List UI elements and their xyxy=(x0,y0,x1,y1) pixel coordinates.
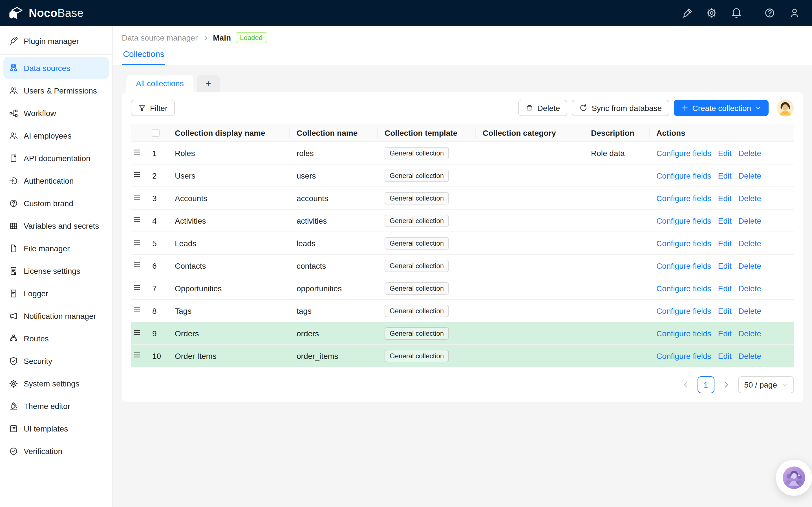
cell-collection-template: General collection xyxy=(378,345,476,367)
assistant-avatar[interactable] xyxy=(776,99,794,117)
configure-fields-link[interactable]: Configure fields xyxy=(656,306,711,315)
help-icon[interactable] xyxy=(760,3,779,22)
sidebar-item-users-permissions[interactable]: Users & Permissions xyxy=(3,79,109,101)
top-navbar: NocoBase xyxy=(0,0,812,26)
drag-handle-icon[interactable] xyxy=(133,306,141,314)
edit-link[interactable]: Edit xyxy=(718,261,732,270)
highlighter-icon[interactable] xyxy=(677,3,696,22)
cell-description xyxy=(584,322,650,345)
drag-handle-icon[interactable] xyxy=(133,261,141,269)
drag-handle-icon[interactable] xyxy=(133,171,141,179)
delete-link[interactable]: Delete xyxy=(739,238,761,247)
sidebar-item-data-sources[interactable]: Data sources xyxy=(3,57,109,79)
edit-link[interactable]: Edit xyxy=(718,216,732,225)
configure-fields-link[interactable]: Configure fields xyxy=(656,193,711,203)
page-number-button[interactable]: 1 xyxy=(697,376,714,393)
delete-button[interactable]: Delete xyxy=(518,100,567,116)
sidebar-item-custom-brand[interactable]: Custom brand xyxy=(3,192,109,214)
sidebar-item-theme-editor[interactable]: Theme editor xyxy=(3,395,109,417)
configure-fields-link[interactable]: Configure fields xyxy=(656,261,711,270)
delete-link[interactable]: Delete xyxy=(739,216,761,225)
edit-link[interactable]: Edit xyxy=(718,306,732,315)
app-title: NocoBase xyxy=(29,6,84,19)
user-icon[interactable] xyxy=(785,3,804,22)
edit-link[interactable]: Edit xyxy=(718,171,732,180)
delete-link[interactable]: Delete xyxy=(739,284,761,293)
sync-from-database-button[interactable]: Sync from database xyxy=(572,100,669,116)
sidebar-item-authentication[interactable]: Authentication xyxy=(3,170,109,191)
edit-link[interactable]: Edit xyxy=(718,351,732,360)
tab-collections[interactable]: Collections xyxy=(122,49,165,65)
ai-employees-launcher[interactable] xyxy=(776,460,812,496)
sidebar-item-api-documentation[interactable]: API documentation xyxy=(3,147,109,169)
delete-link[interactable]: Delete xyxy=(739,171,761,180)
gear-icon[interactable] xyxy=(702,3,721,22)
drag-handle-icon[interactable] xyxy=(133,148,141,156)
sidebar-item-label: Theme editor xyxy=(24,401,70,410)
drag-handle-icon[interactable] xyxy=(133,216,141,224)
filter-button-label: Filter xyxy=(150,103,167,112)
configure-fields-link[interactable]: Configure fields xyxy=(656,351,711,360)
drag-handle-icon[interactable] xyxy=(133,351,141,359)
select-all-checkbox[interactable] xyxy=(152,129,160,136)
edit-link[interactable]: Edit xyxy=(718,329,732,338)
edit-link[interactable]: Edit xyxy=(718,284,732,293)
cell-collection-template: General collection xyxy=(378,300,476,322)
page-size-select[interactable]: 50 / page xyxy=(738,376,794,393)
filter-button[interactable]: Filter xyxy=(131,100,175,116)
configure-fields-link[interactable]: Configure fields xyxy=(656,238,711,247)
add-tab-button[interactable]: + xyxy=(197,75,220,93)
delete-link[interactable]: Delete xyxy=(739,351,761,360)
configure-fields-link[interactable]: Configure fields xyxy=(656,149,711,158)
delete-link[interactable]: Delete xyxy=(739,329,761,338)
drag-handle-icon[interactable] xyxy=(133,283,141,291)
header-display-name: Collection display name xyxy=(168,124,290,142)
configure-fields-link[interactable]: Configure fields xyxy=(656,329,711,338)
sidebar-item-ai-employees[interactable]: AI employees xyxy=(3,124,109,147)
sidebar-item-logger[interactable]: Logger xyxy=(3,282,109,304)
sidebar-item-license-settings[interactable]: License settings xyxy=(3,260,109,282)
header-description: Description xyxy=(584,124,650,142)
sidebar-item-file-manager[interactable]: File manager xyxy=(3,237,109,259)
delete-link[interactable]: Delete xyxy=(739,149,761,158)
next-page-icon[interactable] xyxy=(719,378,733,392)
sidebar-item-notification-manager[interactable]: Notification manager xyxy=(3,305,109,327)
chevron-down-icon xyxy=(755,105,761,111)
breadcrumb-parent[interactable]: Data source manager xyxy=(122,33,198,42)
notification-icon xyxy=(9,311,18,320)
sidebar-item-routes[interactable]: Routes xyxy=(3,327,109,349)
header-select-column xyxy=(147,124,168,142)
delete-link[interactable]: Delete xyxy=(739,193,761,203)
tab-all-collections[interactable]: All collections xyxy=(126,75,193,93)
create-collection-button[interactable]: Create collection xyxy=(673,100,769,116)
configure-fields-link[interactable]: Configure fields xyxy=(656,216,711,225)
configure-fields-link[interactable]: Configure fields xyxy=(656,171,711,180)
bell-icon[interactable] xyxy=(727,3,746,22)
edit-link[interactable]: Edit xyxy=(718,193,732,203)
cell-collection-name: order_items xyxy=(290,345,378,367)
navbar-divider xyxy=(753,8,753,17)
sidebar-item-verification[interactable]: Verification xyxy=(3,440,109,462)
nocobase-logo[interactable]: NocoBase xyxy=(9,6,84,20)
delete-link[interactable]: Delete xyxy=(739,261,761,270)
prev-page-icon[interactable] xyxy=(678,378,693,392)
chevron-down-icon xyxy=(782,382,788,388)
sidebar-item-variables-and-secrets[interactable]: Variables and secrets xyxy=(3,215,109,237)
sidebar-item-ui-templates[interactable]: UI templates xyxy=(3,417,109,439)
sidebar-item-security[interactable]: Security xyxy=(3,350,109,372)
edit-link[interactable]: Edit xyxy=(718,238,732,247)
cell-collection-name: activities xyxy=(290,210,378,232)
configure-fields-link[interactable]: Configure fields xyxy=(656,284,711,293)
edit-link[interactable]: Edit xyxy=(718,149,732,158)
delete-link[interactable]: Delete xyxy=(739,306,761,315)
sidebar-item-workflow[interactable]: Workflow xyxy=(3,102,109,124)
cell-actions: Configure fieldsEditDelete xyxy=(650,142,794,165)
breadcrumb-separator-icon xyxy=(202,35,208,41)
drag-handle-icon[interactable] xyxy=(133,193,141,201)
drag-handle-icon[interactable] xyxy=(133,238,141,246)
sidebar-item-system-settings[interactable]: System settings xyxy=(3,372,109,394)
sync-icon xyxy=(579,104,588,112)
sidebar-item-plugin-manager[interactable]: Plugin manager xyxy=(3,30,109,52)
drag-handle-icon[interactable] xyxy=(133,328,141,336)
cell-actions: Configure fieldsEditDelete xyxy=(650,277,794,300)
